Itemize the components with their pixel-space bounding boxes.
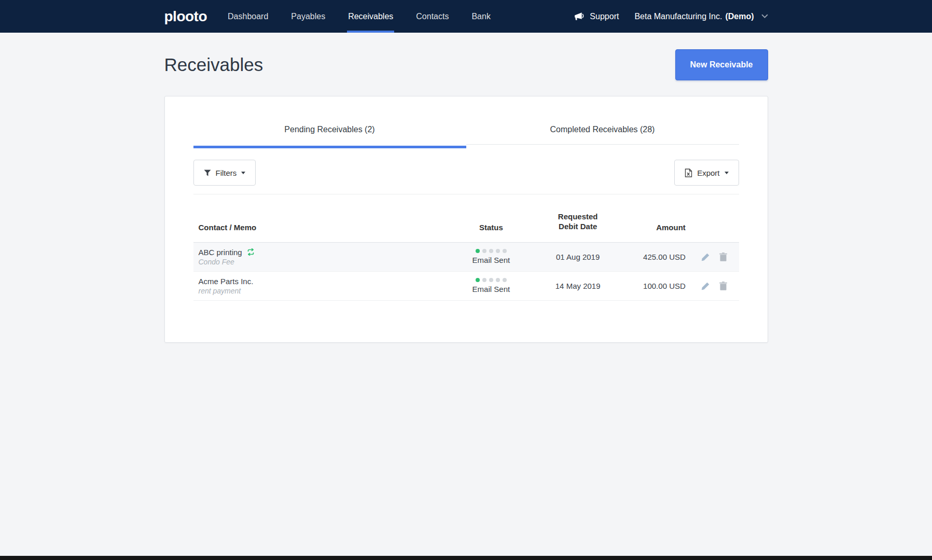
- page-header: Receivables New Receivable: [164, 33, 768, 96]
- nav-item-dashboard[interactable]: Dashboard: [227, 0, 269, 33]
- nav-item-payables[interactable]: Payables: [290, 0, 326, 33]
- amount: 425.00 USD: [631, 253, 690, 261]
- status-progress-dots: [458, 278, 524, 282]
- receivables-tabs: Pending Receivables (2) Completed Receiv…: [193, 125, 739, 148]
- column-header-contact-memo: Contact / Memo: [193, 223, 458, 232]
- table-header-row: Contact / Memo Status Requested Debit Da…: [193, 194, 739, 243]
- requested-debit-date: 01 Aug 2019: [524, 253, 631, 261]
- memo-text: Condo Fee: [199, 258, 458, 266]
- memo-text: rent payment: [199, 287, 458, 295]
- receivables-card: Pending Receivables (2) Completed Receiv…: [164, 96, 768, 343]
- receivable-row[interactable]: Acme Parts Inc. rent payment Email Sent …: [193, 272, 739, 301]
- filters-label: Filters: [216, 169, 237, 177]
- contact-name: ABC printing: [199, 248, 242, 257]
- megaphone-icon: [573, 12, 585, 21]
- caret-down-icon: [241, 172, 245, 174]
- status-label: Email Sent: [458, 285, 524, 293]
- tab-completed-receivables[interactable]: Completed Receivables (28): [466, 125, 739, 148]
- support-link[interactable]: Support: [573, 12, 619, 21]
- new-receivable-button[interactable]: New Receivable: [675, 49, 768, 80]
- delete-trash-icon[interactable]: [719, 253, 727, 261]
- app-window: plooto Dashboard Payables Receivables Co…: [0, 0, 932, 560]
- nav-item-bank[interactable]: Bank: [470, 0, 491, 33]
- screen-bottom-edge: [0, 556, 932, 560]
- account-name: Beta Manufacturing Inc.: [634, 12, 722, 21]
- caret-down-icon: [725, 172, 729, 174]
- account-demo-badge: (Demo): [725, 12, 754, 21]
- recurring-icon: [246, 248, 255, 256]
- requested-debit-date: 14 May 2019: [524, 282, 631, 290]
- amount: 100.00 USD: [631, 282, 690, 290]
- export-label: Export: [697, 169, 719, 177]
- table-toolbar: Filters Export: [193, 160, 739, 186]
- nav-item-receivables[interactable]: Receivables: [347, 0, 394, 33]
- status-progress-dots: [458, 249, 524, 253]
- contact-name: Acme Parts Inc.: [199, 277, 254, 286]
- export-file-icon: [685, 169, 692, 177]
- receivable-row[interactable]: ABC printing Condo Fee: [193, 243, 739, 272]
- top-navbar: plooto Dashboard Payables Receivables Co…: [0, 0, 932, 33]
- column-header-status: Status: [458, 223, 524, 232]
- chevron-down-icon: [761, 14, 768, 19]
- filters-button[interactable]: Filters: [193, 160, 256, 186]
- support-label: Support: [590, 12, 619, 21]
- page-title: Receivables: [164, 54, 263, 75]
- column-header-requested-debit-date: Requested Debit Date: [524, 212, 631, 232]
- main-nav: Dashboard Payables Receivables Contacts …: [227, 0, 512, 33]
- plooto-logo[interactable]: plooto: [164, 0, 207, 33]
- export-button[interactable]: Export: [674, 160, 739, 186]
- column-header-amount: Amount: [631, 223, 690, 232]
- delete-trash-icon[interactable]: [719, 282, 727, 290]
- tab-pending-receivables[interactable]: Pending Receivables (2): [193, 125, 466, 148]
- edit-pencil-icon[interactable]: [701, 282, 710, 290]
- status-label: Email Sent: [458, 256, 524, 264]
- nav-item-contacts[interactable]: Contacts: [415, 0, 450, 33]
- account-menu[interactable]: Beta Manufacturing Inc. (Demo): [634, 12, 768, 21]
- edit-pencil-icon[interactable]: [701, 253, 710, 261]
- funnel-icon: [204, 170, 211, 176]
